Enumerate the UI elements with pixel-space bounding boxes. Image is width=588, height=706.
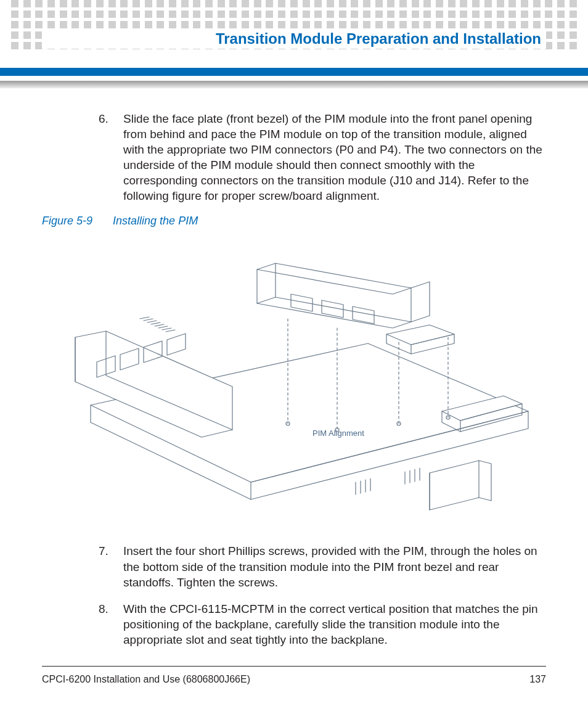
- figure-number: Figure 5-9: [42, 215, 92, 227]
- footer-rule: [42, 666, 546, 667]
- step-number: 8.: [99, 601, 108, 617]
- figure-annotation: PIM Alignment: [312, 429, 364, 438]
- step-text: Slide the face plate (front bezel) of th…: [123, 112, 542, 202]
- page-footer: CPCI-6200 Installation and Use (6806800J…: [42, 674, 546, 685]
- svg-line-12: [155, 324, 164, 326]
- svg-line-14: [162, 328, 171, 330]
- svg-line-13: [158, 326, 168, 328]
- step-number: 7.: [99, 543, 108, 559]
- figure-illustration: PIM Alignment: [47, 239, 541, 528]
- figure-title: Installing the PIM: [113, 215, 198, 227]
- footer-page-number: 137: [529, 674, 546, 685]
- svg-line-9: [144, 319, 153, 321]
- svg-line-8: [140, 317, 149, 319]
- step-8: 8. With the CPCI-6115-MCPTM in the corre…: [99, 601, 546, 647]
- pim-install-diagram: [47, 239, 541, 528]
- header-gray-bar: [0, 81, 588, 89]
- step-7: 7. Insert the four short Phillips screws…: [99, 543, 546, 589]
- svg-line-11: [151, 322, 160, 324]
- step-number: 6.: [99, 111, 108, 126]
- step-6: 6. Slide the face plate (front bezel) of…: [99, 111, 546, 203]
- step-text: Insert the four short Phillips screws, p…: [123, 544, 537, 588]
- page-content: 6. Slide the face plate (front bezel) of…: [42, 111, 546, 659]
- section-title: Transition Module Preparation and Instal…: [42, 29, 546, 49]
- footer-doc-title: CPCI-6200 Installation and Use (6806800J…: [42, 674, 250, 685]
- header-blue-bar: [0, 68, 588, 76]
- svg-line-15: [166, 330, 175, 332]
- svg-line-10: [147, 321, 157, 322]
- step-text: With the CPCI-6115-MCPTM in the correct …: [123, 602, 538, 646]
- header-band: Transition Module Preparation and Instal…: [0, 0, 588, 62]
- figure-caption: Figure 5-9 Installing the PIM: [42, 215, 546, 228]
